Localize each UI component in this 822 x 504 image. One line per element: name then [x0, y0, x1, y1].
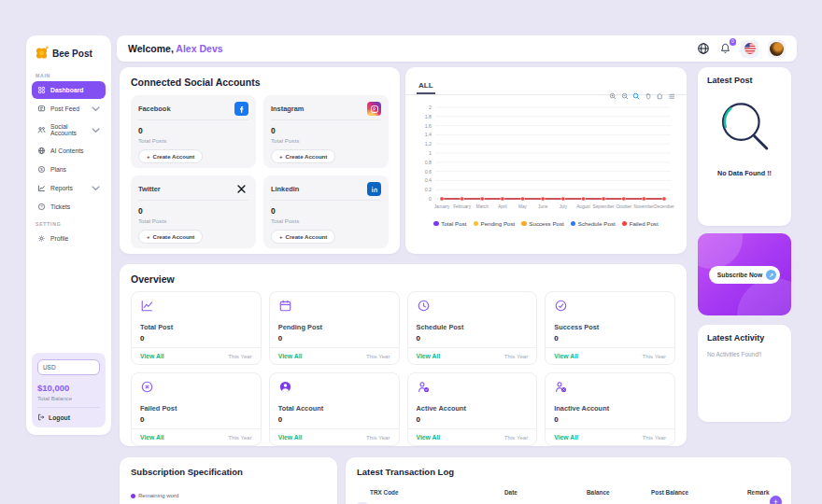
create-account-button[interactable]: + Create Account [271, 149, 335, 163]
total-posts-value: 0 [138, 126, 248, 135]
column-date: Date [504, 489, 587, 496]
latest-activity-card: Latest Activity No Activities Found!! [698, 325, 791, 422]
reports-icon [37, 184, 46, 192]
legend-label: Remaining word [138, 493, 178, 498]
svg-text:0.2: 0.2 [425, 187, 432, 192]
svg-text:September: September [593, 204, 615, 209]
language-flag-button[interactable] [741, 40, 758, 58]
logout-label: Logout [49, 414, 70, 421]
svg-text:March: March [476, 204, 489, 209]
logout-button[interactable]: Logout [37, 413, 100, 421]
selection-zoom-icon[interactable] [632, 92, 641, 101]
username: Alex Devs [176, 43, 222, 54]
sidebar-item-profile[interactable]: Profile [32, 230, 106, 247]
user-x-icon [554, 381, 568, 397]
zoom-in-icon[interactable] [609, 92, 617, 101]
view-all-link[interactable]: View All [278, 434, 303, 441]
topbar: Welcome, Alex Devs 0 [117, 35, 797, 62]
svg-text:August: August [576, 204, 590, 209]
view-all-link[interactable]: View All [140, 353, 164, 359]
card-title: Total Post [140, 323, 252, 331]
notifications-button[interactable]: 0 [719, 42, 731, 55]
line-chart-icon [140, 300, 154, 315]
nav-section-main: MAIN [35, 73, 102, 78]
period-label: This Year [643, 434, 666, 441]
profile-menu-button[interactable] [768, 40, 786, 58]
create-account-label: Create Account [153, 233, 195, 240]
legend-item[interactable]: Success Post [521, 220, 564, 227]
svg-text:0.4: 0.4 [425, 177, 432, 183]
dashboard-icon [37, 86, 46, 94]
chart-legend: Total PostPending PostSuccess PostSchedu… [417, 220, 675, 227]
legend-item[interactable]: Total Post [433, 220, 466, 227]
sidebar-item-reports[interactable]: Reports [32, 179, 106, 197]
sidebar-item-label: Dashboard [50, 87, 84, 93]
legend-item[interactable]: Failed Post [622, 220, 659, 227]
zoom-out-icon[interactable] [621, 92, 630, 101]
overview-card-inactive-account: Inactive Account 0 View All This Year [545, 372, 675, 446]
currency-select[interactable]: USD [37, 359, 100, 375]
chevron-down-icon [92, 105, 100, 113]
plus-icon: + [147, 233, 150, 240]
legend-dot [433, 221, 439, 227]
sidebar-item-plans[interactable]: $ Plans [32, 161, 106, 178]
latest-post-title: Latest Post [707, 76, 782, 85]
home-icon[interactable] [656, 92, 664, 101]
globe-icon[interactable] [697, 42, 710, 55]
view-all-link[interactable]: View All [140, 434, 164, 441]
chevron-down-icon [92, 126, 100, 134]
view-all-link[interactable]: View All [417, 353, 441, 359]
svg-text:0.8: 0.8 [425, 160, 432, 165]
card-title: Schedule Post [417, 323, 529, 331]
period-label: This Year [366, 353, 390, 359]
card-title: Success Post [554, 323, 666, 331]
dashboard-root: Bee Post MAIN Dashboard Post Feed [0, 0, 822, 504]
magnifier-no-data-icon [714, 97, 775, 159]
sidebar-item-social-accounts[interactable]: Social Accounts [32, 119, 106, 141]
create-account-button[interactable]: + Create Account [271, 230, 335, 244]
sidebar-item-post-feed[interactable]: Post Feed [32, 100, 106, 118]
menu-icon[interactable] [668, 92, 676, 101]
pan-icon[interactable] [645, 92, 653, 101]
chart-toolbar [609, 92, 675, 101]
social-card-twitter: Twitter 0 Total Posts + Create Account [131, 175, 256, 248]
app-logo[interactable]: Bee Post [32, 43, 106, 68]
subscribe-now-button[interactable]: Subscribe Now ↗ [709, 266, 780, 284]
subscribe-now-label: Subscribe Now [717, 272, 762, 278]
view-all-link[interactable]: View All [278, 353, 303, 359]
view-all-link[interactable]: View All [554, 353, 578, 359]
legend-item[interactable]: Pending Post [474, 220, 516, 227]
create-account-button[interactable]: + Create Account [138, 149, 203, 163]
create-account-button[interactable]: + Create Account [138, 230, 203, 244]
app-name: Bee Post [52, 49, 92, 59]
view-all-link[interactable]: View All [554, 434, 578, 441]
column-remark: Remark [747, 489, 780, 496]
sidebar-item-tickets[interactable]: ? Tickets [32, 198, 106, 216]
chart-tab-all[interactable]: ALL [417, 80, 435, 94]
svg-text:January: January [434, 204, 450, 209]
card-value: 0 [140, 334, 252, 343]
sidebar-item-ai-contents[interactable]: AI Contents [32, 142, 106, 160]
svg-text:December: December [654, 204, 674, 209]
svg-text:?: ? [40, 204, 43, 209]
nav-section-setting: SETTING [35, 221, 102, 227]
svg-text:$: $ [40, 167, 43, 172]
view-all-link[interactable]: View All [417, 434, 441, 441]
latest-post-card: Latest Post No Data Found !! [698, 67, 791, 226]
post-report-chart-card: ALL 00.20.40.60.811.21.41.61.82JanuaryFe… [405, 67, 687, 254]
svg-text:1.8: 1.8 [425, 114, 432, 119]
legend-dot [131, 494, 135, 498]
social-card-instagram: Instagram 0 Total Posts + Create Account [263, 95, 389, 168]
total-posts-value: 0 [271, 126, 381, 135]
connected-social-accounts-section: Connected Social Accounts Facebook 0 Tot… [120, 67, 400, 254]
sidebar-item-label: Reports [50, 185, 73, 191]
legend-dot [622, 221, 628, 227]
overview-card-active-account: Active Account 0 View All This Year [407, 372, 538, 446]
plus-icon: + [147, 153, 150, 160]
latest-activity-title: Latest Activity [707, 333, 782, 343]
welcome-prefix: Welcome, [128, 43, 174, 54]
legend-item[interactable]: Schedule Post [571, 220, 616, 227]
svg-text:April: April [498, 204, 506, 209]
add-transaction-button[interactable]: + [770, 496, 782, 504]
sidebar-item-dashboard[interactable]: Dashboard [32, 81, 106, 99]
